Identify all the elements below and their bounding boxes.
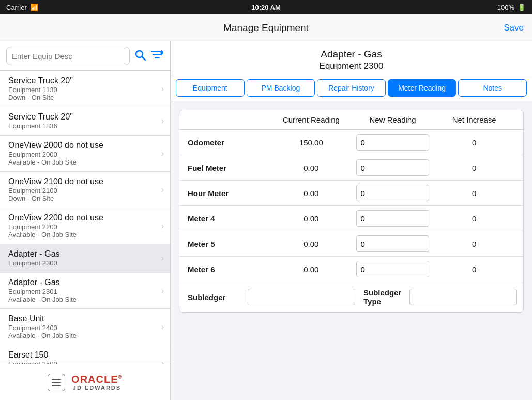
meter-new-cell — [352, 261, 434, 277]
meter-net: 0 — [433, 138, 515, 147]
chevron-icon: › — [161, 359, 164, 364]
subledger-label: Subledger — [188, 293, 239, 302]
list-item-name: Earset 150 — [8, 350, 57, 360]
meter-net: 0 — [433, 214, 515, 223]
chevron-icon: › — [161, 116, 164, 126]
list-item-content: Adapter - Gas Equipment 2300 — [8, 249, 60, 267]
chevron-icon: › — [161, 322, 164, 332]
list-item-status: Available - On Job Site — [8, 231, 103, 239]
right-panel: Adapter - Gas Equipment 2300 EquipmentPM… — [171, 41, 532, 400]
search-input[interactable] — [6, 47, 130, 65]
meter-label: Meter 5 — [188, 240, 270, 248]
list-item-content: OneView 2000 do not use Equipment 2000 A… — [8, 141, 103, 166]
list-item-status: Available - On Job Site — [8, 158, 103, 166]
page-title: Manage Equipment — [223, 22, 309, 34]
meter-new-input[interactable] — [356, 210, 430, 227]
meter-new-input[interactable] — [356, 134, 430, 151]
list-item-content: OneView 2100 do not use Equipment 2100 D… — [8, 177, 103, 202]
list-item-equip: Equipment 2500 — [8, 360, 57, 364]
list-item-name: Service Truck 20" — [8, 76, 73, 85]
save-button[interactable]: Save — [504, 23, 524, 33]
chevron-icon: › — [161, 84, 164, 94]
tab-notes[interactable]: Notes — [458, 79, 527, 97]
list-item[interactable]: OneView 2200 do not use Equipment 2200 A… — [0, 208, 170, 244]
list-item-status: Available - On Job Site — [8, 295, 77, 303]
meter-row: Meter 5 0.00 0 — [179, 231, 523, 257]
meter-current: 0.00 — [270, 265, 352, 274]
meter-new-input[interactable] — [356, 235, 430, 252]
list-item-equip: Equipment 2000 — [8, 151, 103, 158]
tab-repair-history[interactable]: Repair History — [317, 79, 386, 97]
meter-label: Meter 4 — [188, 214, 270, 223]
list-item[interactable]: Adapter - Gas Equipment 2300 › — [0, 244, 170, 273]
meter-net: 0 — [433, 189, 515, 198]
chevron-icon: › — [161, 221, 164, 231]
list-item-name: Adapter - Gas — [8, 278, 77, 287]
meter-row: Fuel Meter 0.00 0 — [179, 155, 523, 181]
meter-label: Fuel Meter — [188, 164, 270, 172]
equipment-header: Adapter - Gas Equipment 2300 — [171, 41, 532, 75]
tab-meter-reading[interactable]: Meter Reading — [388, 79, 457, 97]
oracle-logo: ORACLE® JD EDWARDS — [71, 374, 123, 391]
col-header-label — [188, 115, 270, 124]
meter-current: 0.00 — [270, 189, 352, 198]
oracle-brand: ORACLE® — [71, 374, 123, 386]
tab-pm-backlog[interactable]: PM Backlog — [247, 79, 315, 97]
col-header-net: Net Increase — [433, 115, 515, 124]
subledger-type-label: SubledgerType — [363, 288, 401, 306]
hamburger-line-1 — [52, 379, 61, 380]
wifi-icon: 📶 — [30, 4, 38, 11]
list-item-equip: Equipment 1130 — [8, 86, 73, 94]
col-header-current: Current Reading — [270, 115, 352, 124]
meter-current: 0.00 — [270, 164, 352, 172]
list-item[interactable]: Adapter - Gas Equipment 2301 Available -… — [0, 273, 170, 309]
battery-label: 100% — [497, 4, 514, 11]
list-item-equip: Equipment 1836 — [8, 122, 73, 130]
tab-equipment[interactable]: Equipment — [176, 79, 245, 97]
meter-label: Odometer — [188, 138, 270, 147]
list-item[interactable]: Service Truck 20" Equipment 1836 › — [0, 107, 170, 136]
meter-net: 0 — [433, 164, 515, 172]
meter-net: 0 — [433, 265, 515, 274]
meter-current: 0.00 — [270, 214, 352, 223]
list-item-content: Adapter - Gas Equipment 2301 Available -… — [8, 278, 77, 303]
app-header: Manage Equipment Save — [0, 14, 532, 41]
hamburger-line-3 — [52, 385, 61, 386]
list-item-status: Down - On Site — [8, 94, 73, 101]
list-item-name: OneView 2200 do not use — [8, 213, 103, 223]
list-item-equip: Equipment 2400 — [8, 324, 77, 332]
main-layout: Service Truck 20" Equipment 1130 Down - … — [0, 41, 532, 400]
list-item-equip: Equipment 2200 — [8, 223, 103, 231]
meter-row: Meter 4 0.00 0 — [179, 206, 523, 231]
col-header-new: New Reading — [352, 115, 434, 124]
chevron-icon: › — [161, 185, 164, 195]
list-item[interactable]: OneView 2100 do not use Equipment 2100 D… — [0, 172, 170, 208]
hamburger-line-2 — [52, 382, 61, 383]
list-item-name: Adapter - Gas — [8, 249, 60, 259]
subledger-input[interactable] — [248, 289, 355, 305]
list-item-name: Base Unit — [8, 314, 77, 323]
search-button[interactable] — [134, 49, 146, 63]
meter-row: Hour Meter 0.00 0 — [179, 181, 523, 206]
battery-icon: 🔋 — [518, 4, 526, 11]
list-item-name: Service Truck 20" — [8, 112, 73, 122]
sidebar: Service Truck 20" Equipment 1130 Down - … — [0, 41, 171, 400]
meter-label: Meter 6 — [188, 265, 270, 274]
list-item-name: OneView 2000 do not use — [8, 141, 103, 150]
tab-bar: EquipmentPM BacklogRepair HistoryMeter R… — [171, 75, 532, 101]
meter-new-input[interactable] — [356, 261, 430, 277]
list-item[interactable]: Earset 150 Equipment 2500 Down - On Site… — [0, 345, 170, 364]
chevron-icon: › — [161, 254, 164, 263]
search-bar — [0, 41, 170, 71]
status-time: 10:20 AM — [251, 4, 281, 11]
list-item[interactable]: Service Truck 20" Equipment 1130 Down - … — [0, 71, 170, 107]
list-item[interactable]: OneView 2000 do not use Equipment 2000 A… — [0, 136, 170, 172]
meter-new-input[interactable] — [356, 185, 430, 201]
list-item-status: Available - On Job Site — [8, 332, 77, 339]
filter-button[interactable] — [150, 50, 164, 63]
meter-new-input[interactable] — [356, 159, 430, 176]
menu-button[interactable] — [48, 374, 65, 391]
subledger-type-input[interactable] — [409, 289, 517, 305]
status-bar: Carrier 📶 10:20 AM 100% 🔋 — [0, 0, 532, 14]
list-item[interactable]: Base Unit Equipment 2400 Available - On … — [0, 309, 170, 345]
